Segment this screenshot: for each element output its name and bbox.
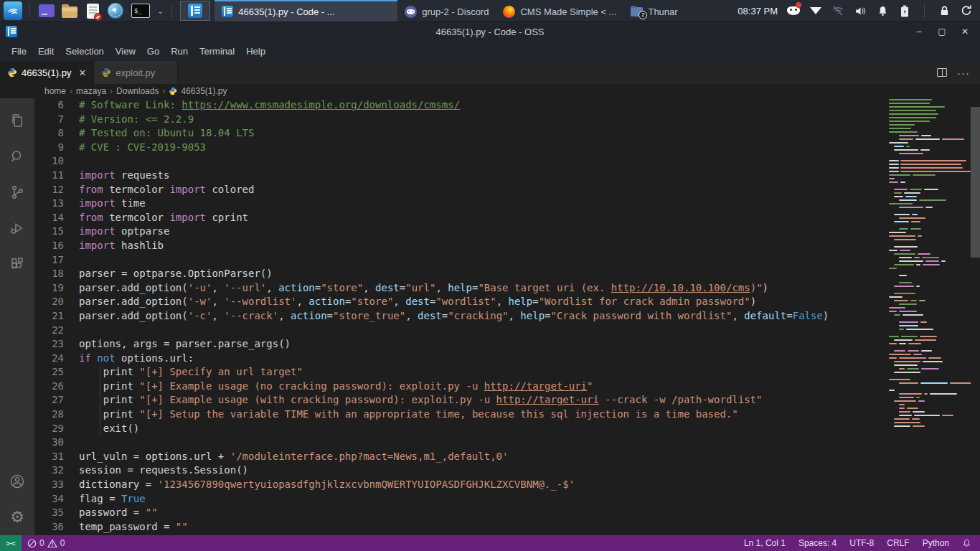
explorer-icon[interactable] (0, 103, 34, 138)
menu-item-edit[interactable]: Edit (32, 43, 60, 60)
screen-lock-icon[interactable] (938, 4, 951, 17)
warning-icon (47, 539, 57, 548)
menu-item-terminal[interactable]: Terminal (194, 43, 240, 60)
taskbar-window-discord[interactable]: grup-2 - Discord (397, 0, 496, 22)
network-off-icon[interactable] (831, 4, 844, 17)
close-button[interactable]: ✕ (956, 24, 974, 39)
code-oss-launcher[interactable] (180, 1, 210, 21)
code-line[interactable]: 36temp_password = "" (34, 520, 887, 534)
search-icon[interactable] (0, 138, 34, 174)
session-logout-icon[interactable] (960, 4, 973, 17)
code-line[interactable]: 13import time (34, 197, 887, 211)
taskbar-window-thunar[interactable]: 2 Thunar (623, 0, 684, 22)
line-number: 7 (34, 113, 79, 127)
minimap[interactable] (887, 98, 971, 435)
notifications-bell-icon[interactable] (962, 538, 971, 548)
code-line[interactable]: 11import requests (34, 169, 887, 183)
code-line[interactable]: 27 print "[+] Example usage (with cracki… (34, 393, 887, 408)
code-line[interactable]: 12from termcolor import colored (34, 183, 887, 197)
scrollbar-slider[interactable] (971, 107, 980, 258)
code-line[interactable]: 7# Version: <= 2.2.9 (34, 113, 887, 127)
code-line[interactable]: 25 print "[+] Specify an url target" (34, 365, 887, 380)
breadcrumb-item-downloads[interactable]: Downloads (116, 86, 159, 96)
tab-46635-1-py[interactable]: 46635(1).py ✕ (0, 61, 94, 84)
editor-scrollbar[interactable] (971, 98, 980, 535)
code-line[interactable]: 21parser.add_option('-c', '--crack', act… (34, 309, 887, 324)
line-number: 8 (34, 126, 79, 141)
cursor-position[interactable]: Ln 1, Col 1 (744, 538, 786, 548)
tab-close-icon[interactable]: ✕ (78, 67, 86, 78)
code-line[interactable]: 23options, args = parser.parse_args() (34, 337, 887, 352)
code-line[interactable]: 29 exit() (34, 422, 887, 436)
battery-icon[interactable] (898, 4, 911, 17)
menu-item-selection[interactable]: Selection (60, 43, 109, 60)
indentation[interactable]: Spaces: 4 (798, 538, 837, 548)
code-line[interactable]: 22 (34, 324, 887, 338)
code-area: 6# Software Link: https://www.cmsmadesim… (34, 98, 887, 535)
code-line[interactable]: 35password = "" (34, 506, 887, 520)
breadcrumb-item-mazaya[interactable]: mazaya (76, 86, 106, 96)
code-line[interactable]: 26 print "[+] Example usage (no cracking… (34, 380, 887, 394)
code-line[interactable]: 20parser.add_option('-w', '--wordlist', … (34, 295, 887, 309)
settings-gear-icon[interactable]: ⚙ (0, 499, 34, 535)
code-line[interactable]: 14from termcolor import cprint (34, 211, 887, 225)
chevron-down-icon[interactable]: ⌄ (156, 6, 165, 16)
code-line[interactable]: 24if not options.url: (34, 352, 887, 366)
code-line[interactable]: 19parser.add_option('-u', '--url', actio… (34, 281, 887, 296)
indicator-triangle-icon[interactable] (809, 4, 822, 17)
code-line[interactable]: 28 print "[+] Setup the variable TIME wi… (34, 408, 887, 422)
tab-exploit-py[interactable]: exploit.py ✕ (94, 61, 178, 84)
code-line[interactable]: 32session = requests.Session() (34, 463, 887, 478)
remote-indicator[interactable]: >< (0, 535, 22, 551)
volume-icon[interactable] (854, 4, 867, 17)
notifications-bell-icon[interactable] (876, 4, 889, 17)
code-line[interactable]: 8# Tested on: Ubuntu 18.04 LTS (34, 126, 887, 141)
encoding[interactable]: UTF-8 (849, 538, 874, 548)
file-manager-launcher[interactable] (60, 1, 80, 21)
code-line[interactable]: 34flag = True (34, 492, 887, 507)
code-line[interactable]: 15import optparse (34, 225, 887, 239)
kali-menu-button[interactable] (3, 1, 23, 21)
indent-guide (100, 408, 100, 422)
menu-item-file[interactable]: File (6, 43, 32, 60)
split-editor-icon[interactable] (937, 68, 947, 77)
menu-item-view[interactable]: View (110, 43, 141, 60)
more-actions-icon[interactable]: ··· (957, 67, 970, 79)
tab-label: exploit.py (116, 67, 155, 78)
code-line[interactable]: 17 (34, 253, 887, 268)
maximize-button[interactable]: ▢ (933, 24, 951, 39)
terminal-launcher[interactable]: $_ (128, 1, 153, 21)
account-icon[interactable] (0, 463, 34, 499)
breadcrumb-item-home[interactable]: home (44, 86, 66, 96)
code-line[interactable]: 6# Software Link: https://www.cmsmadesim… (34, 98, 887, 113)
document-launcher[interactable] (83, 1, 103, 21)
code-line[interactable]: 10 (34, 154, 887, 169)
titlebar[interactable]: 46635(1).py - Code - OSS – ▢ ✕ (0, 22, 980, 41)
web-browser-launcher[interactable] (105, 1, 126, 21)
menu-item-run[interactable]: Run (165, 43, 194, 60)
eol-sequence[interactable]: CRLF (887, 538, 909, 548)
code-line[interactable]: 9# CVE : CVE-2019-9053 (34, 141, 887, 155)
code-line[interactable]: 37TIME = 1 (34, 534, 887, 535)
clock[interactable]: 08:37 PM (738, 6, 778, 17)
taskbar-window-firefox[interactable]: CMS Made Simple < ... (496, 0, 623, 22)
code-line[interactable]: 31url_vuln = options.url + '/moduleinter… (34, 450, 887, 464)
source-control-icon[interactable] (0, 174, 34, 210)
code-line[interactable]: 33dictionary = '1234567890qwertyuiopasdf… (34, 478, 887, 492)
breadcrumb-item-46635-1-py[interactable]: 46635(1).py (181, 86, 227, 96)
code-line[interactable]: 16import hashlib (34, 239, 887, 253)
desktop-launcher[interactable] (37, 1, 57, 21)
minimize-button[interactable]: – (910, 24, 928, 39)
discord-tray-icon[interactable] (787, 4, 800, 17)
taskbar-launchers: $_ ⌄ (0, 0, 215, 22)
problems-indicator[interactable]: 0 0 (22, 538, 70, 548)
menu-item-help[interactable]: Help (240, 43, 271, 60)
code-editor[interactable]: 6# Software Link: https://www.cmsmadesim… (34, 98, 980, 535)
code-line[interactable]: 30 (34, 435, 887, 450)
extensions-icon[interactable] (0, 246, 34, 282)
run-debug-icon[interactable] (0, 210, 34, 246)
menu-item-go[interactable]: Go (141, 43, 165, 60)
language-mode[interactable]: Python (923, 538, 949, 548)
taskbar-window-code[interactable]: 46635(1).py - Code - ... (215, 0, 397, 22)
code-line[interactable]: 18parser = optparse.OptionParser() (34, 267, 887, 281)
